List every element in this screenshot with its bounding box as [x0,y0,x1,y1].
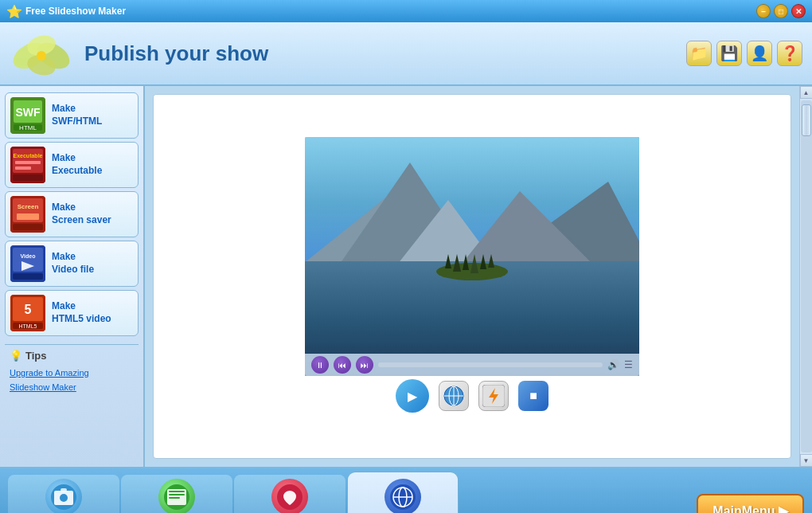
rewind-button[interactable]: ⏮ [334,356,351,374]
svg-point-4 [37,51,46,61]
tab-template[interactable]: Template [121,475,232,513]
tips-icon: 💡 [10,350,22,362]
screen-icon: Screen [10,196,45,233]
svg-text:Video: Video [21,253,36,259]
tab-publish-icon [385,479,421,513]
svg-rect-25 [13,273,43,280]
sidebar-item-html5[interactable]: 5 HTML5 MakeHTML5 video [5,290,139,336]
svg-text:HTML5: HTML5 [19,323,37,329]
html5-icon: 5 HTML5 [10,295,45,331]
sidebar-item-exe[interactable]: Executable MakeExecutable [5,142,139,188]
pause-button[interactable]: ⏸ [311,356,329,374]
svg-point-39 [60,494,68,502]
logo [10,25,73,81]
help-button[interactable]: ❓ [777,41,802,66]
svg-rect-40 [61,488,67,491]
scroll-down[interactable]: ▼ [800,454,813,467]
main-menu-button[interactable]: MainMenu ▶ [697,494,804,513]
user-button[interactable]: 👤 [747,41,772,66]
swf-icon: SWF HTML [10,97,45,134]
tab-bar: Photo Template Decorate [0,468,812,513]
sidebar-label-html5: MakeHTML5 video [52,300,111,325]
sidebar-label-swf: MakeSWF/HTML [52,103,102,127]
tab-photo-icon [45,479,82,513]
sidebar-item-swf[interactable]: SWF HTML MakeSWF/HTML [5,92,139,139]
svg-rect-19 [17,213,39,220]
tab-decorate-icon [271,479,308,513]
svg-text:Screen: Screen [18,203,39,210]
volume-icon: 🔊 [607,359,619,370]
svg-text:5: 5 [25,303,32,316]
title-bar: ⭐ Free Slideshow Maker – □ ✕ [0,0,812,22]
app-title: Free Slideshow Maker [25,6,756,17]
tips-title: 💡 Tips [10,350,134,362]
minimize-button[interactable]: – [756,4,771,18]
svg-rect-20 [13,224,43,230]
forward-button[interactable]: ⏭ [356,356,373,374]
content-area: ⏸ ⏮ ⏭ 🔊 ☰ ▶ [145,86,799,467]
tab-photo[interactable]: Photo [8,475,119,513]
preview-image: ⏸ ⏮ ⏭ 🔊 ☰ [305,137,639,376]
scroll-up[interactable]: ▲ [800,86,813,99]
svg-rect-15 [13,174,43,181]
svg-text:Executable: Executable [14,153,43,159]
tab-template-icon [158,479,195,513]
tab-decorate[interactable]: Decorate [234,475,345,513]
sidebar: SWF HTML MakeSWF/HTML Executable MakeExe… [0,86,145,467]
tips-section: 💡 Tips Upgrade to AmazingSlideshow Maker [5,344,139,399]
svg-rect-13 [15,161,41,164]
svg-rect-43 [169,491,185,492]
maximize-button[interactable]: □ [774,4,788,18]
svg-text:HTML: HTML [19,124,37,131]
list-icon: ☰ [624,359,633,370]
scroll-thumb[interactable] [802,104,811,136]
sidebar-label-video: MakeVideo file [52,251,94,276]
exe-icon: Executable [10,147,45,183]
close-button[interactable]: ✕ [791,4,806,18]
window-controls: – □ ✕ [756,4,806,18]
header: Publish your show 📁 💾 👤 ❓ [0,22,812,86]
sidebar-label-screen: MakeScreen saver [52,202,111,226]
save-button[interactable]: 💾 [716,41,742,66]
stop-button[interactable]: ■ [518,381,548,411]
scrollbar: ▲ ▼ [799,86,812,467]
tab-publish[interactable]: Publish [347,472,459,513]
header-toolbar: 📁 💾 👤 ❓ [686,41,802,66]
browser-preview-button[interactable] [439,381,469,411]
svg-rect-44 [169,494,185,495]
svg-text:SWF: SWF [15,106,41,119]
scroll-track [801,100,812,452]
transport-controls: ▶ ■ [396,376,548,416]
tips-link[interactable]: Upgrade to AmazingSlideshow Maker [10,368,89,392]
sidebar-item-video[interactable]: Video MakeVideo file [5,241,139,287]
progress-bar[interactable] [378,362,603,367]
page-title: Publish your show [84,41,268,66]
sidebar-item-screen[interactable]: Screen MakeScreen saver [5,191,139,237]
preview-box: ⏸ ⏮ ⏭ 🔊 ☰ ▶ [153,94,791,459]
flash-preview-button[interactable] [478,381,509,411]
sidebar-label-exe: MakeExecutable [52,152,102,177]
main-area: SWF HTML MakeSWF/HTML Executable MakeExe… [0,86,812,468]
app-icon: ⭐ [6,4,21,18]
trees [445,254,494,273]
play-button[interactable]: ▶ [396,379,429,413]
player-controls-bar: ⏸ ⏮ ⏭ 🔊 ☰ [305,354,639,376]
open-button[interactable]: 📁 [686,41,712,66]
video-icon: Video [10,245,45,282]
svg-rect-14 [15,166,31,170]
svg-rect-45 [169,497,180,499]
